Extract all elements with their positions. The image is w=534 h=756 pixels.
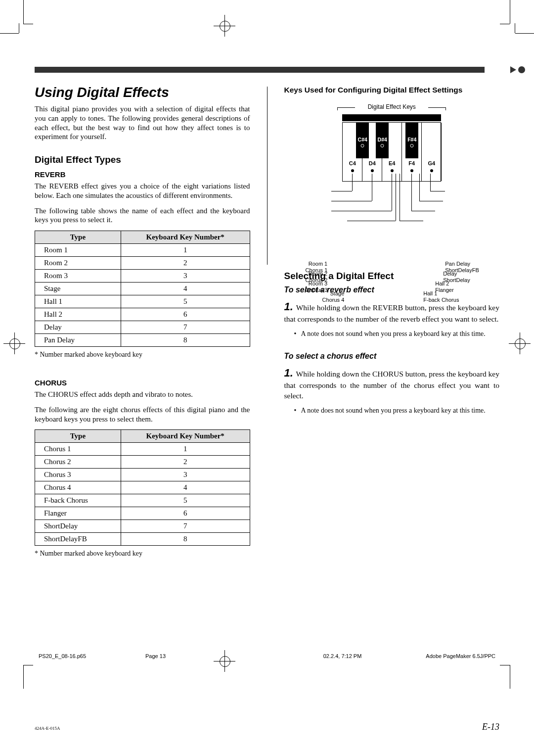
step-reverb: 1. While holding down the REVERB button,… [284, 299, 500, 325]
reverb-footnote: * Number marked above keyboard key [35, 351, 250, 359]
chorus-table-intro: The following are the eight chorus effec… [35, 405, 250, 424]
key-map-label: Room 3 [309, 281, 328, 286]
reverb-heading: REVERB [35, 170, 250, 179]
table-row: ShortDelayFB8 [35, 533, 250, 546]
reverb-desc: The REVERB effect gives you a choice of … [35, 182, 250, 200]
keyboard-icon: C4 D4 E4 F4 G4 C#4 D#4 F#4 [342, 122, 441, 182]
step-note: •A note does not sound when you press a … [294, 330, 500, 338]
print-datetime: 02.2.4, 7:12 PM [323, 653, 362, 659]
table-row: Room 22 [35, 257, 250, 270]
page-number: E-13 [482, 722, 499, 732]
table-header-keynum: Keyboard Key Number* [121, 430, 250, 443]
table-header-keynum: Keyboard Key Number* [121, 231, 250, 244]
key-map-label: F-back Chorus [423, 297, 459, 303]
crop-mark [23, 24, 33, 24]
crop-mark [500, 24, 510, 24]
chorus-table: Type Keyboard Key Number* Chorus 11 Chor… [35, 429, 250, 546]
step-note: •A note does not sound when you press a … [294, 406, 500, 415]
key-map-label: Hall 1 [423, 290, 437, 296]
print-page: Page 13 [145, 653, 166, 659]
table-row: Stage4 [35, 283, 250, 295]
key-map-label: Chorus 4 [322, 297, 345, 303]
table-row: Chorus 11 [35, 443, 250, 456]
crop-mark [515, 33, 534, 34]
print-file: PS20_E_08-16.p65 [39, 653, 86, 659]
step-chorus: 1. While holding down the CHORUS button,… [284, 366, 500, 401]
chorus-footnote: * Number marked above keyboard key [35, 550, 250, 558]
crop-mark [515, 23, 515, 33]
crop-mark [23, 0, 24, 24]
reverb-table-intro: The following table shows the name of ea… [35, 206, 250, 225]
print-app: Adobe PageMaker 6.5J/PPC [426, 653, 495, 659]
crop-mark [23, 665, 33, 665]
table-row: Delay7 [35, 321, 250, 334]
digital-effect-types-heading: Digital Effect Types [35, 154, 250, 165]
crop-mark [510, 0, 510, 24]
table-row: Chorus 44 [35, 481, 250, 494]
keyboard-diagram: Digital Effect Keys C4 D4 E4 F4 G4 C#4 D… [312, 103, 471, 251]
table-row: Flanger6 [35, 507, 250, 520]
key-map-label: Room 2 [309, 271, 328, 277]
table-row: Chorus 22 [35, 456, 250, 469]
header-dot-icon [518, 66, 525, 73]
section-title: Using Digital Effects [35, 85, 250, 100]
print-footer: PS20_E_08-16.p65 Page 13 02.2.4, 7:12 PM… [0, 653, 534, 659]
doc-id: 424A-E-015A [35, 726, 60, 731]
table-row: Chorus 33 [35, 469, 250, 481]
crop-mark [510, 665, 510, 689]
crop-mark [0, 33, 19, 34]
key-map-label: Room 1 [309, 261, 328, 267]
table-row: Pan Delay8 [35, 334, 250, 347]
reverb-table: Type Keyboard Key Number* Room 11 Room 2… [35, 231, 250, 347]
header-rule [35, 67, 499, 73]
table-row: F-back Chorus5 [35, 494, 250, 507]
step-number: 1. [284, 367, 293, 379]
intro-text: This digital piano provides you with a s… [35, 104, 250, 142]
key-map-label: Delay [443, 271, 457, 277]
bracket-label: Digital Effect Keys [347, 103, 436, 110]
crop-mark [500, 665, 510, 665]
table-row: Room 33 [35, 270, 250, 283]
step-number: 1. [284, 300, 293, 313]
key-map-label: Stage [330, 290, 345, 296]
table-row: Room 11 [35, 244, 250, 257]
table-header-type: Type [35, 231, 121, 244]
chorus-heading: CHORUS [35, 378, 250, 387]
table-header-type: Type [35, 430, 121, 443]
table-row: Hall 15 [35, 295, 250, 308]
table-row: Hall 26 [35, 308, 250, 321]
keys-config-heading: Keys Used for Configuring Digital Effect… [284, 86, 500, 94]
key-map-label: Hall 2 [435, 281, 449, 286]
select-chorus-heading: To select a chorus effect [284, 352, 500, 361]
crop-mark [23, 665, 24, 689]
column-divider [267, 87, 267, 265]
table-row: ShortDelay7 [35, 520, 250, 533]
key-map-label: Pan Delay [445, 261, 470, 267]
crop-mark [19, 23, 19, 33]
number-strip [342, 114, 441, 121]
chorus-desc: The CHORUS effect adds depth and vibrato… [35, 390, 250, 399]
header-arrow-icon [510, 66, 516, 73]
